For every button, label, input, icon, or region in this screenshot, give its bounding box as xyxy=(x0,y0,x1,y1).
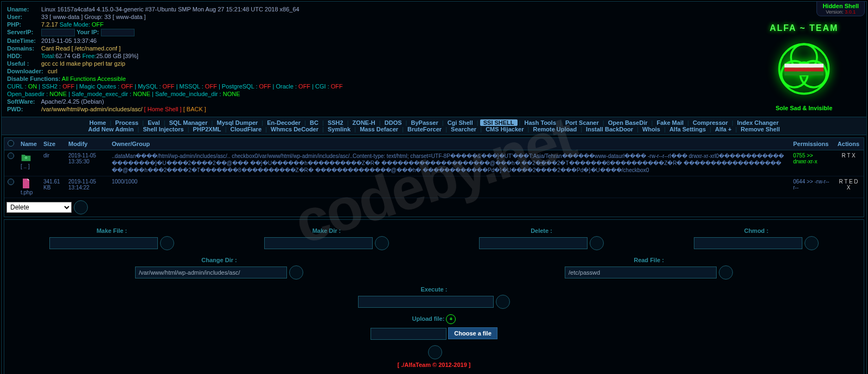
svg-rect-3 xyxy=(784,68,824,72)
col-size[interactable]: Size xyxy=(40,138,65,150)
menu-mysql-dumper[interactable]: Mysql Dumper xyxy=(214,119,260,126)
menu-hash-tools[interactable]: Hash Tools xyxy=(522,119,558,126)
makefile-button[interactable] xyxy=(160,236,174,250)
menu-alfa-settings[interactable]: Alfa Settings xyxy=(667,126,708,132)
serverip-label: ServerIP: xyxy=(7,29,40,35)
menu-process[interactable]: Process xyxy=(113,119,141,126)
brand-logo: ALFA ~ TEAM Sole Sad & Invisible xyxy=(758,23,850,110)
select-all-radio[interactable] xyxy=(8,140,14,147)
makedir-button[interactable] xyxy=(375,236,389,250)
menu-ssi-shell[interactable]: SSI SHELL xyxy=(480,119,518,126)
changedir-input[interactable] xyxy=(135,267,287,278)
readfile-input[interactable] xyxy=(565,267,717,278)
menu-cms-hijacker[interactable]: CMS Hijacker xyxy=(483,126,526,132)
menu-index-changer[interactable]: Index Changer xyxy=(735,119,781,126)
upload-path-input[interactable] xyxy=(371,328,446,340)
row-actions[interactable]: R T E D X xyxy=(833,176,864,198)
col-owner[interactable]: Owner/Group xyxy=(108,138,790,150)
table-row: t.php 341.61 KB 2019-11-05 13:14:22 1000… xyxy=(4,176,864,198)
choose-file-button[interactable]: Choose a file xyxy=(448,327,497,339)
changedir-button[interactable] xyxy=(289,265,303,280)
php-version[interactable]: 7.2.17 xyxy=(41,21,58,28)
makedir-input[interactable] xyxy=(264,237,373,249)
file-listing: Name Size Modify Owner/Group Permissions… xyxy=(4,137,864,217)
delete-input[interactable] xyxy=(479,237,588,249)
folder-up-icon xyxy=(21,153,31,162)
useful-label: Useful : xyxy=(7,60,40,67)
pwd-path[interactable]: /var/www/html/wp-admin/includes/asc/ xyxy=(41,106,142,112)
menu-cgi-shell[interactable]: Cgi Shell xyxy=(445,119,475,126)
delete-button[interactable] xyxy=(590,236,604,250)
php-label: PHP: xyxy=(7,21,40,28)
menu-alfa-[interactable]: Alfa + xyxy=(713,126,733,132)
menu-remote-upload[interactable]: Remote Upload xyxy=(531,126,579,132)
menu-php2xml[interactable]: PHP2XML xyxy=(191,126,224,132)
menu-ssh2[interactable]: SSH2 xyxy=(326,119,346,126)
batch-action-go-button[interactable] xyxy=(74,200,88,214)
readfile-button[interactable] xyxy=(719,265,733,280)
menu-open-basedir[interactable]: Open BaseDir xyxy=(606,119,650,126)
upload-go-button[interactable] xyxy=(428,345,442,359)
upload-label: Upload file: xyxy=(412,315,445,322)
menu-ddos[interactable]: DDOS xyxy=(382,119,404,126)
row-select-radio[interactable] xyxy=(8,153,14,159)
menu-shell-injectors[interactable]: Shell Injectors xyxy=(141,126,186,132)
biohazard-icon xyxy=(771,36,837,102)
col-actions[interactable]: Actions xyxy=(833,138,864,150)
readfile-label: Read File : xyxy=(565,257,733,263)
uname-label: Uname: xyxy=(7,6,40,12)
menu-remove-shell[interactable]: Remove Shell xyxy=(738,126,782,132)
menu-home[interactable]: Home xyxy=(87,119,108,126)
chmod-button[interactable] xyxy=(805,236,819,250)
main-menu: Home | Process | Eval | SQL Manager | My… xyxy=(2,117,866,135)
svg-rect-2 xyxy=(784,64,824,67)
changedir-label: Change Dir : xyxy=(135,257,303,263)
menu-searcher[interactable]: Searcher xyxy=(449,126,478,132)
menu-compressor[interactable]: Compressor xyxy=(691,119,730,126)
makefile-label: Make File : xyxy=(49,227,174,234)
menu-en-decoder[interactable]: En-Decoder xyxy=(265,119,303,126)
menu-sql-manager[interactable]: SQL Manager xyxy=(167,119,210,126)
svg-rect-4 xyxy=(784,72,824,75)
file-link[interactable]: t.php xyxy=(17,176,40,198)
col-modify[interactable]: Modify xyxy=(65,138,108,150)
chmod-input[interactable] xyxy=(694,237,802,249)
col-name[interactable]: Name xyxy=(17,138,40,150)
domains-label: Domains: xyxy=(7,45,40,52)
datetime-label: DateTime: xyxy=(7,37,40,44)
menu-cloudflare[interactable]: CloudFlare xyxy=(228,126,264,132)
downloader-label: Downloader: xyxy=(7,68,46,74)
menu-zone-h[interactable]: ZONE-H xyxy=(350,119,378,126)
user-value: 33 [ www-data ] Group: 33 [ www-data ] xyxy=(41,14,146,20)
makefile-input[interactable] xyxy=(49,237,158,249)
row-select-radio[interactable] xyxy=(8,179,14,185)
menu-port-scaner[interactable]: Port Scaner xyxy=(563,119,601,126)
tools-panel: Make File : Make Dir : Delete : Chmod : … xyxy=(4,219,864,374)
brand-text: ALFA ~ TEAM xyxy=(758,23,850,33)
menu-symlink[interactable]: Symlink xyxy=(326,126,353,132)
menu-mass-defacer[interactable]: Mass Defacer xyxy=(358,126,400,132)
execute-input[interactable] xyxy=(358,296,494,308)
batch-action-select[interactable]: Delete xyxy=(7,202,72,213)
serverip-hidden xyxy=(41,29,75,36)
menu-add-new-admin[interactable]: Add New Admin xyxy=(86,126,136,132)
yourip-hidden xyxy=(101,29,135,36)
col-perms[interactable]: Permissions xyxy=(790,138,833,150)
execute-button[interactable] xyxy=(496,295,510,309)
chmod-label: Chmod : xyxy=(694,227,819,234)
menu-whmcs-decoder[interactable]: Whmcs DeCoder xyxy=(269,126,321,132)
menu-bc[interactable]: BC xyxy=(308,119,321,126)
row-actions[interactable]: R T X xyxy=(833,150,864,176)
menu-install-backdoor[interactable]: Install BackDoor xyxy=(584,126,635,132)
add-file-icon[interactable]: + xyxy=(446,314,456,324)
back-link[interactable]: [ BACK ] xyxy=(183,106,206,112)
parent-dir-link[interactable]: [ .. ] xyxy=(17,150,40,176)
menu-eval[interactable]: Eval xyxy=(145,119,162,126)
hdd-label: HDD: xyxy=(7,53,40,59)
menu-fake-mail[interactable]: Fake Mail xyxy=(654,119,686,126)
home-shell-link[interactable]: [ Home Shell ] xyxy=(144,106,182,112)
disablefn-label: Disable Functions: xyxy=(7,75,60,82)
menu-bruteforcer[interactable]: BruteForcer xyxy=(405,126,444,132)
menu-whois[interactable]: Whois xyxy=(640,126,662,132)
menu-bypasser[interactable]: ByPasser xyxy=(409,119,441,126)
